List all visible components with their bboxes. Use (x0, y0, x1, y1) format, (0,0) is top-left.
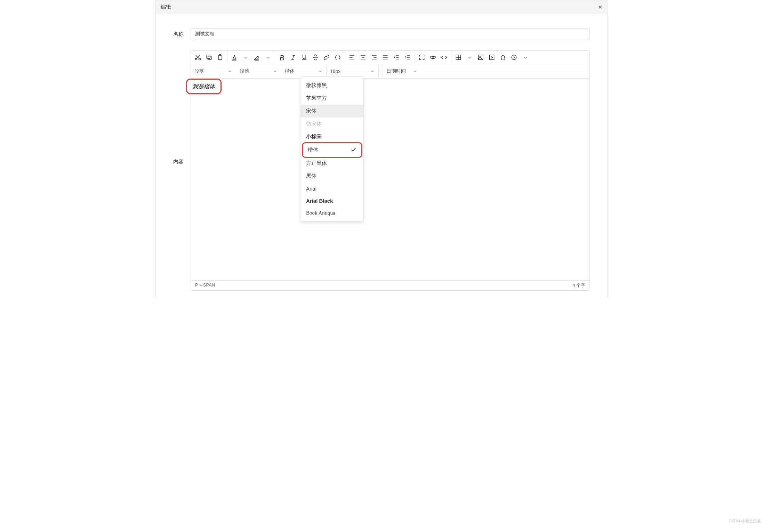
media-icon[interactable] (486, 51, 497, 63)
font-option[interactable]: Arial (301, 183, 363, 195)
font-option-label: 仿宋体 (306, 121, 322, 127)
font-option-label: 宋体 (306, 108, 316, 114)
block-format-select-2[interactable]: 段落 (236, 64, 281, 78)
font-option-label: 微软雅黑 (306, 82, 327, 89)
history-chevron-icon[interactable] (520, 51, 531, 63)
align-center-icon[interactable] (358, 51, 369, 63)
image-icon[interactable] (475, 51, 486, 63)
italic-icon[interactable] (288, 51, 299, 63)
font-option[interactable]: 黑体 (301, 170, 363, 183)
sample-text[interactable]: 我是楷体 (192, 83, 216, 89)
check-icon (350, 146, 356, 154)
cut-icon[interactable] (192, 51, 203, 63)
font-option[interactable]: 小标宋 (301, 130, 363, 143)
align-justify-icon[interactable] (380, 51, 391, 63)
dialog-title: 编辑 (161, 4, 171, 10)
svg-rect-4 (208, 56, 211, 60)
font-option[interactable]: Book Antiqua (301, 207, 363, 219)
editor-body[interactable]: 我是楷体 微软雅黑苹果苹方宋体仿宋体小标宋楷体方正黑体黑体ArialArial … (191, 79, 589, 280)
editor-status-bar: P » SPAN 4 个字 (191, 280, 589, 290)
strikethrough-icon[interactable] (310, 51, 321, 63)
code-icon[interactable] (332, 51, 343, 63)
history-icon[interactable] (508, 51, 520, 63)
bold-icon[interactable] (276, 51, 288, 63)
font-family-label: 楷体 (285, 68, 295, 74)
font-option-label: Arial (306, 186, 316, 192)
font-dropdown: 微软雅黑苹果苹方宋体仿宋体小标宋楷体方正黑体黑体ArialArial Black… (301, 76, 363, 221)
datetime-select[interactable]: 日期时间 (383, 64, 421, 78)
font-option-label: 小标宋 (306, 134, 322, 140)
font-option-label: Book Antiqua (306, 210, 335, 216)
font-option-label: 苹果苹方 (306, 95, 327, 102)
editor-toolbar: 段落 段落 楷体 16px (191, 51, 589, 79)
font-option-label: 黑体 (306, 173, 316, 179)
font-option-label: 方正黑体 (306, 160, 327, 167)
font-option[interactable]: Arial Black (301, 195, 363, 207)
block-format-label-2: 段落 (240, 68, 249, 74)
block-format-select-1[interactable]: 段落 (191, 64, 236, 78)
source-code-icon[interactable] (439, 51, 450, 63)
paste-icon[interactable] (215, 51, 226, 63)
outdent-icon[interactable] (391, 51, 402, 63)
font-option[interactable]: 楷体 (303, 143, 361, 157)
svg-point-33 (432, 57, 434, 58)
font-family-select[interactable]: 楷体 (281, 64, 327, 78)
table-icon[interactable] (453, 51, 464, 63)
text-color-icon[interactable] (229, 51, 240, 63)
highlight-chevron-icon[interactable] (262, 51, 273, 63)
font-option-highlight: 楷体 (302, 142, 362, 158)
font-option[interactable]: 宋体 (301, 105, 363, 118)
block-format-label-1: 段落 (194, 68, 204, 74)
underline-icon[interactable] (299, 51, 310, 63)
font-option[interactable]: 仿宋体 (301, 118, 363, 130)
svg-marker-40 (491, 57, 493, 58)
content-label: 内容 (173, 159, 191, 165)
dialog-header: 编辑 × (156, 0, 607, 14)
font-option-label: 楷体 (308, 147, 318, 153)
svg-point-38 (479, 56, 480, 57)
edit-dialog: 编辑 × 名称 内容 (155, 0, 608, 298)
name-input[interactable] (191, 28, 590, 40)
font-size-select[interactable]: 16px (327, 64, 379, 78)
copy-icon[interactable] (203, 51, 215, 63)
datetime-label: 日期时间 (386, 68, 406, 74)
font-option[interactable]: 方正黑体 (301, 157, 363, 170)
text-color-chevron-icon[interactable] (240, 51, 251, 63)
font-size-label: 16px (330, 68, 340, 74)
link-icon[interactable] (321, 51, 332, 63)
name-label: 名称 (173, 31, 191, 38)
content-row: 内容 (173, 50, 590, 291)
close-icon[interactable]: × (598, 3, 602, 11)
fullscreen-icon[interactable] (416, 51, 427, 63)
element-path[interactable]: P » SPAN (195, 282, 215, 289)
omega-icon[interactable] (497, 51, 508, 63)
highlight-icon[interactable] (251, 51, 262, 63)
name-row: 名称 (173, 28, 590, 40)
indent-icon[interactable] (402, 51, 413, 63)
align-left-icon[interactable] (346, 51, 358, 63)
font-option[interactable]: 微软雅黑 (301, 79, 363, 92)
word-count: 4 个字 (572, 282, 585, 289)
rich-editor: 段落 段落 楷体 16px (191, 50, 590, 291)
svg-rect-5 (207, 55, 210, 58)
font-option[interactable]: 苹果苹方 (301, 92, 363, 105)
align-right-icon[interactable] (369, 51, 380, 63)
sample-text-highlight: 我是楷体 (186, 79, 222, 94)
font-option-label: Arial Black (306, 198, 333, 204)
table-chevron-icon[interactable] (464, 51, 475, 63)
preview-icon[interactable] (427, 51, 439, 63)
svg-line-12 (292, 55, 294, 59)
dialog-body: 名称 内容 (156, 14, 607, 298)
